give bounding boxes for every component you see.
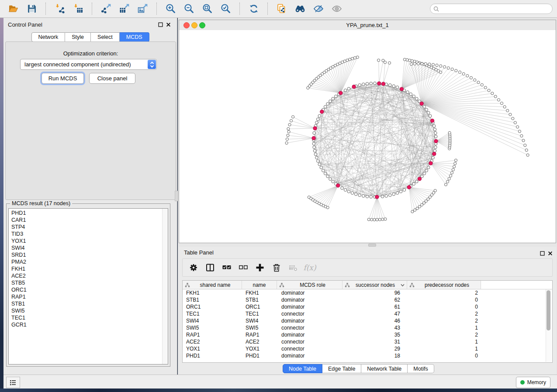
- mcds-result-item[interactable]: PMA2: [9, 258, 168, 265]
- table-cell: SWI5: [183, 324, 242, 331]
- mcds-result-listbox[interactable]: PHD1CAR1STP4TID3YOX1SWI4SRD1PMA2FKH1ACE2…: [8, 208, 168, 364]
- tab-motifs[interactable]: Motifs: [408, 364, 434, 373]
- table-scrollbar-thumb[interactable]: [547, 290, 550, 330]
- table-row[interactable]: FKH1FKH1dominator962: [183, 289, 552, 296]
- float-panel-icon[interactable]: [158, 22, 163, 27]
- table-cell: SWI4: [183, 317, 242, 324]
- column-header-MCDS-role[interactable]: MCDS role: [277, 281, 343, 289]
- zoom-out-icon[interactable]: [183, 2, 196, 15]
- horizontal-splitter[interactable]: [179, 243, 556, 247]
- import-network-icon[interactable]: [53, 2, 66, 15]
- network-graph[interactable]: [179, 30, 556, 243]
- table-cell: 2: [407, 289, 481, 296]
- vertical-splitter-handle[interactable]: [175, 191, 178, 201]
- close-panel-icon[interactable]: [166, 22, 171, 27]
- column-header-successor-nodes[interactable]: successor nodes: [343, 281, 407, 289]
- mcds-result-item[interactable]: ACE2: [9, 272, 168, 279]
- result-scrollbar[interactable]: [162, 209, 168, 364]
- task-history-button[interactable]: [6, 377, 20, 388]
- zoom-selected-icon[interactable]: [219, 2, 232, 15]
- mcds-result-item[interactable]: YOX1: [9, 237, 168, 244]
- export-network-icon[interactable]: [100, 2, 113, 15]
- sort-desc-icon[interactable]: [401, 283, 405, 287]
- select-all-icon[interactable]: [221, 262, 232, 273]
- table-row[interactable]: ACE2ACE2connector311: [183, 338, 552, 345]
- column-header-shared-name[interactable]: shared name: [183, 281, 242, 289]
- run-mcds-button[interactable]: Run MCDS: [42, 73, 84, 84]
- network-window-titlebar[interactable]: YPA_prune.txt_1: [179, 20, 556, 31]
- table-row[interactable]: PHD1PHD1dominator180: [183, 352, 552, 359]
- save-icon[interactable]: [25, 2, 38, 15]
- column-label: name: [243, 282, 275, 288]
- function-icon[interactable]: f(x): [304, 262, 315, 273]
- eye-icon[interactable]: [330, 2, 343, 15]
- eye-slash-icon[interactable]: [312, 2, 325, 15]
- close-panel-button[interactable]: Close panel: [89, 73, 135, 84]
- mcds-result-item[interactable]: ORC1: [9, 286, 168, 293]
- zoom-in-icon[interactable]: [164, 2, 177, 15]
- mcds-result-item[interactable]: CAR1: [9, 217, 168, 224]
- mcds-result-item[interactable]: RAP1: [9, 293, 168, 300]
- main-toolbar: [0, 0, 557, 18]
- mcds-result-item[interactable]: TEC1: [9, 314, 168, 321]
- binoculars-icon[interactable]: [294, 2, 307, 15]
- table-row[interactable]: SWI4SWI4dominator462: [183, 317, 552, 324]
- close-table-panel-icon[interactable]: [548, 251, 553, 256]
- mcds-result-item[interactable]: SWI5: [9, 307, 168, 314]
- node-table[interactable]: shared namenameMCDS rolesuccessor nodesp…: [182, 280, 553, 363]
- tab-network[interactable]: Network: [31, 32, 65, 42]
- table-row[interactable]: STB1STB1dominator620: [183, 296, 552, 303]
- mcds-result-item[interactable]: STB1: [9, 300, 168, 307]
- search-input[interactable]: [441, 4, 552, 13]
- column-header-name[interactable]: name: [242, 281, 277, 289]
- table-row[interactable]: TEC1TEC1connector472: [183, 310, 552, 317]
- search-field[interactable]: [430, 3, 553, 14]
- table-cell: ORC1: [183, 303, 242, 310]
- mcds-result-item[interactable]: SWI4: [9, 244, 168, 251]
- clear-table-icon[interactable]: [287, 262, 299, 273]
- clone-network-icon[interactable]: [275, 2, 288, 15]
- mcds-result-item[interactable]: STP4: [9, 224, 168, 230]
- table-cell: connector: [277, 345, 343, 352]
- mcds-result-item[interactable]: STB5: [9, 279, 168, 286]
- export-image-icon[interactable]: [136, 2, 149, 15]
- table-cell: 1: [407, 345, 481, 352]
- tab-node-table[interactable]: Node Table: [283, 364, 322, 373]
- open-folder-icon[interactable]: [7, 2, 20, 15]
- mcds-result-item[interactable]: GCR1: [9, 321, 168, 328]
- tab-edge-table[interactable]: Edge Table: [322, 364, 361, 373]
- table-row[interactable]: RAP1RAP1dominator352: [183, 331, 552, 338]
- column-header-predecessor-nodes[interactable]: predecessor nodes: [407, 281, 481, 289]
- refresh-icon[interactable]: [247, 2, 260, 15]
- control-panel-title: Control Panel: [8, 21, 42, 28]
- export-table-icon[interactable]: [118, 2, 131, 15]
- add-icon[interactable]: [254, 262, 266, 273]
- deselect-all-icon[interactable]: [238, 262, 249, 273]
- horizontal-splitter-handle[interactable]: [368, 244, 376, 247]
- table-row[interactable]: SWI5SWI5connector431: [183, 324, 552, 331]
- columns-icon[interactable]: [204, 262, 216, 273]
- table-scrollbar[interactable]: [546, 289, 551, 362]
- float-table-panel-icon[interactable]: [540, 251, 545, 256]
- import-table-icon[interactable]: [72, 2, 85, 15]
- network-canvas[interactable]: [179, 30, 556, 243]
- tab-mcds[interactable]: MCDS: [120, 32, 149, 42]
- column-label: MCDS role: [284, 282, 341, 288]
- mcds-result-item[interactable]: FKH1: [9, 265, 168, 272]
- mcds-result-item[interactable]: TID3: [9, 230, 168, 237]
- gear-icon[interactable]: [188, 262, 199, 273]
- mcds-result-list: PHD1CAR1STP4TID3YOX1SWI4SRD1PMA2FKH1ACE2…: [9, 210, 168, 328]
- tab-select[interactable]: Select: [91, 32, 120, 42]
- criterion-select[interactable]: largest connected component (undirected): [20, 59, 157, 70]
- tab-style[interactable]: Style: [65, 32, 91, 42]
- mcds-result-item[interactable]: SRD1: [9, 251, 168, 258]
- zoom-fit-icon[interactable]: [201, 2, 214, 15]
- application-window: Control Panel NetworkStyleSelectMCDS Opt…: [0, 0, 557, 392]
- memory-button[interactable]: Memory: [516, 377, 550, 388]
- mcds-result-item[interactable]: PHD1: [9, 210, 168, 217]
- delete-icon[interactable]: [271, 262, 282, 273]
- table-row[interactable]: YOX1YOX1connector291: [183, 345, 552, 352]
- table-cell: connector: [277, 338, 343, 345]
- table-row[interactable]: ORC1ORC1dominator610: [183, 303, 552, 310]
- tab-network-table[interactable]: Network Table: [361, 364, 408, 373]
